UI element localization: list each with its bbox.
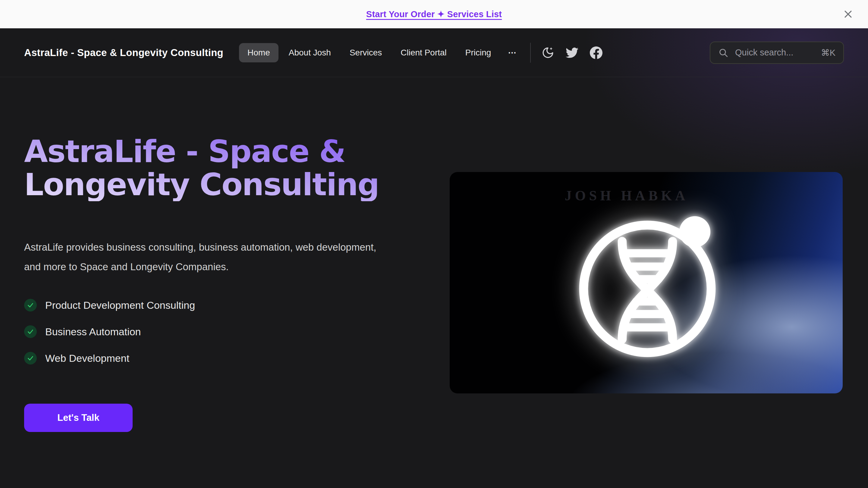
check-icon [27, 328, 34, 335]
nav-item-pricing[interactable]: Pricing [457, 43, 500, 62]
search-shortcut-badge: ⌘K [821, 47, 835, 58]
twitter-link[interactable] [565, 46, 579, 60]
check-icon [27, 301, 34, 309]
nav-more-button[interactable]: ⋯ [501, 43, 524, 62]
hero-image-card: JOSH HABKA [450, 172, 843, 393]
check-icon [27, 355, 34, 362]
list-item: Business Automation [24, 325, 446, 338]
check-circle [24, 352, 37, 364]
facebook-icon [590, 46, 602, 59]
list-item: Web Development [24, 351, 446, 365]
checklist-label: Product Development Consulting [45, 299, 195, 311]
facebook-link[interactable] [589, 46, 603, 60]
site-title: AstraLife - Space & Longevity Consulting [24, 47, 223, 59]
page: Start Your Order ✦ Services List AstraLi… [0, 0, 868, 488]
card-watermark-text: JOSH HABKA [450, 188, 843, 204]
nav-item-home[interactable]: Home [239, 43, 278, 62]
quick-search-input[interactable]: Quick search... ⌘K [710, 41, 844, 64]
hero-heading-line2: Longevity Consulting [24, 168, 446, 201]
search-placeholder: Quick search... [735, 47, 814, 58]
check-circle [24, 325, 37, 338]
moon-star-icon [541, 46, 554, 59]
nav-item-about-josh[interactable]: About Josh [280, 43, 339, 62]
hero-heading-line1: AstraLife - Space & [24, 135, 446, 168]
check-circle [24, 299, 37, 312]
search-icon [718, 47, 728, 58]
feature-checklist: Product Development Consulting Business … [24, 298, 446, 365]
hero-description: AstraLife provides business consulting, … [24, 237, 380, 276]
promo-banner: Start Your Order ✦ Services List [0, 0, 868, 28]
dark-mode-toggle[interactable] [541, 46, 555, 60]
lets-talk-button[interactable]: Let's Talk [24, 404, 133, 432]
main-nav: Home About Josh Services Client Portal P… [239, 43, 524, 62]
nav-item-services[interactable]: Services [341, 43, 390, 62]
promo-banner-link[interactable]: Start Your Order ✦ Services List [366, 9, 502, 19]
checklist-label: Web Development [45, 352, 129, 364]
twitter-icon [566, 46, 578, 59]
nav-item-client-portal[interactable]: Client Portal [392, 43, 455, 62]
dna-helix-logo-icon [573, 212, 721, 360]
checklist-label: Business Automation [45, 326, 141, 338]
navbar: AstraLife - Space & Longevity Consulting… [0, 28, 868, 77]
close-icon [843, 9, 853, 19]
banner-close-button[interactable] [842, 8, 854, 20]
list-item: Product Development Consulting [24, 298, 446, 312]
hero-section: AstraLife - Space & Longevity Consulting… [24, 135, 446, 432]
nav-divider [530, 43, 531, 63]
hero-heading: AstraLife - Space & Longevity Consulting [24, 135, 446, 201]
